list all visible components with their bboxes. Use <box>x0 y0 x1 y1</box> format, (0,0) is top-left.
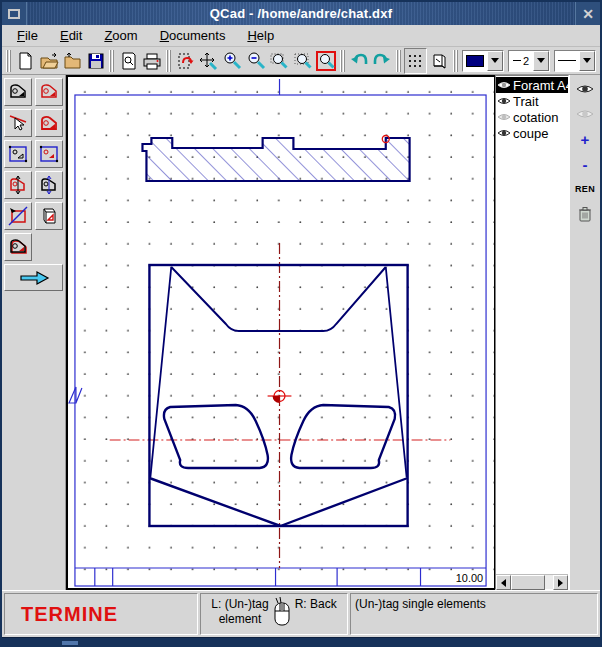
invert-selection-button[interactable] <box>4 233 32 261</box>
intersect-black-icon <box>38 174 60 196</box>
line-width-value: 2 <box>523 55 529 67</box>
chevron-down-icon <box>537 58 545 63</box>
save-button[interactable] <box>84 48 108 74</box>
system-menu-button[interactable] <box>2 2 27 25</box>
resize-handle[interactable] <box>62 641 78 645</box>
color-combo[interactable] <box>462 50 504 72</box>
trash-icon <box>578 206 592 222</box>
window-bottom-border[interactable] <box>2 637 600 647</box>
redo-button[interactable] <box>371 48 395 74</box>
scroll-left-button[interactable] <box>496 575 511 590</box>
toolbar-grip[interactable] <box>453 50 458 72</box>
show-layer-button[interactable] <box>574 80 596 98</box>
toolbar-grip[interactable] <box>109 50 114 72</box>
zoom-in-button[interactable] <box>220 48 244 74</box>
menu-zoom[interactable]: Zoom <box>95 26 146 45</box>
print-button[interactable] <box>140 48 164 74</box>
menu-documents[interactable]: Documents <box>151 26 235 45</box>
layer-list: Foramt A4 Trait cotation <box>495 75 569 590</box>
main-toolbar: 2 <box>2 47 600 75</box>
layer-item-coupe[interactable]: coupe <box>496 125 568 141</box>
drawing-canvas[interactable]: 10.00 <box>66 75 495 590</box>
select-contour-button[interactable] <box>35 109 63 137</box>
window-red-icon <box>38 143 60 165</box>
print-preview-button[interactable] <box>117 48 141 74</box>
mouse-icon <box>272 597 292 627</box>
remove-layer-button[interactable]: - <box>574 155 596 173</box>
import-button[interactable] <box>60 48 84 74</box>
hint-panel: (Un-)tag single elements <box>350 593 598 635</box>
layer-list-hscrollbar[interactable] <box>496 574 568 589</box>
zoom-in-icon <box>222 51 242 71</box>
layer-name: Trait <box>513 94 539 109</box>
cad-drawing[interactable]: 10.00 <box>68 77 494 588</box>
zoom-pan-button[interactable] <box>197 48 221 74</box>
import-icon <box>62 51 82 71</box>
layer-name: cotation <box>513 110 559 125</box>
tool-palette <box>2 75 66 590</box>
scrollbar-thumb[interactable] <box>511 575 545 590</box>
select-all-button[interactable] <box>35 78 63 106</box>
layer-item-format-a4[interactable]: Foramt A4 <box>496 77 568 93</box>
eye-visible-icon <box>497 96 511 106</box>
entity-black-icon <box>7 81 29 103</box>
delete-layer-button[interactable] <box>574 205 596 223</box>
select-layer-button[interactable] <box>35 202 63 230</box>
width-sample-line <box>513 60 521 61</box>
new-file-button[interactable] <box>13 48 37 74</box>
eye-hidden-icon <box>576 108 594 120</box>
select-entity-button[interactable] <box>4 109 32 137</box>
arrow-right-icon <box>558 579 563 587</box>
layer-item-trait[interactable]: Trait <box>496 93 568 109</box>
titlebar[interactable]: QCad - /home/andre/chat.dxf ✕ <box>2 0 600 25</box>
color-combo-arrow[interactable] <box>487 51 503 71</box>
layer-toolbar: + - REN <box>569 75 600 590</box>
menubar: File Edit Zoom Documents Help <box>2 25 600 47</box>
add-layer-button[interactable]: + <box>574 130 596 148</box>
toolbar-grip[interactable] <box>166 50 171 72</box>
menu-help[interactable]: Help <box>238 26 283 45</box>
menu-edit[interactable]: Edit <box>51 26 91 45</box>
continue-action-button[interactable] <box>4 264 63 291</box>
redraw-button[interactable] <box>173 48 197 74</box>
cursor-arrow-icon <box>7 112 29 134</box>
hide-layer-button[interactable] <box>574 105 596 123</box>
open-file-icon <box>39 51 59 71</box>
scroll-right-button[interactable] <box>553 575 568 590</box>
deselect-window-button[interactable] <box>4 140 32 168</box>
deselect-intersected-button[interactable] <box>4 171 32 199</box>
width-combo-arrow[interactable] <box>533 51 549 71</box>
layer-item-cotation[interactable]: cotation <box>496 109 568 125</box>
open-file-button[interactable] <box>37 48 61 74</box>
layer-panel: Foramt A4 Trait cotation <box>495 75 600 590</box>
zoom-auto-button[interactable] <box>291 48 315 74</box>
mouse-action-panel: L: (Un-)tag element R: Back <box>200 593 348 635</box>
toolbar-grip[interactable] <box>396 50 401 72</box>
menu-file[interactable]: File <box>8 26 47 45</box>
zoom-window-icon <box>269 51 289 71</box>
linestyle-combo-arrow[interactable] <box>579 51 595 71</box>
window-title: QCad - /home/andre/chat.dxf <box>27 2 575 25</box>
eye-visible-icon <box>497 80 511 90</box>
eye-visible-icon <box>576 83 594 95</box>
left-mouse-action: L: (Un-)tag element <box>211 597 268 627</box>
line-width-combo[interactable]: 2 <box>508 50 550 72</box>
toolbar-grip[interactable] <box>6 50 11 72</box>
rename-layer-button[interactable]: REN <box>574 180 596 198</box>
select-window-button[interactable] <box>35 140 63 168</box>
toolbar-grip[interactable] <box>340 50 345 72</box>
eye-visible-icon <box>497 128 511 138</box>
select-intersection-button[interactable] <box>4 202 32 230</box>
zoom-out-button[interactable] <box>244 48 268 74</box>
zoom-previous-button[interactable] <box>314 48 338 74</box>
grid-toggle-button[interactable] <box>404 48 428 74</box>
line-style-combo[interactable] <box>554 50 596 72</box>
redraw-icon <box>175 51 195 71</box>
isometric-view-button[interactable] <box>427 48 451 74</box>
rename-label: REN <box>575 184 595 194</box>
zoom-window-button[interactable] <box>267 48 291 74</box>
close-button[interactable]: ✕ <box>575 2 600 25</box>
deselect-all-button[interactable] <box>4 78 32 106</box>
undo-button[interactable] <box>347 48 371 74</box>
select-intersected-button[interactable] <box>35 171 63 199</box>
